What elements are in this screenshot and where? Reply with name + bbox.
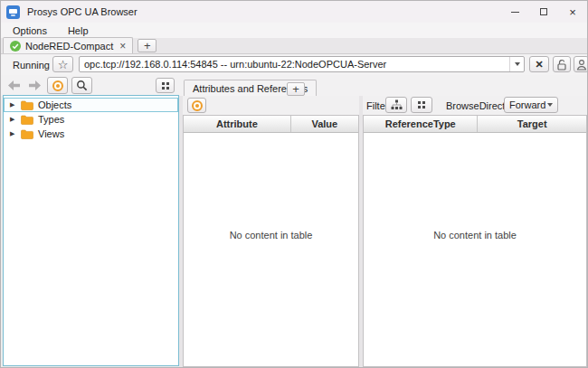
references-toolbar: Filters BrowseDirection Forward xyxy=(363,96,587,115)
window-controls: × xyxy=(500,1,587,23)
filter-hierarchical-button[interactable] xyxy=(385,97,407,113)
person-icon xyxy=(576,59,587,71)
tab-nodered-compact[interactable]: NodeRED-Compact × xyxy=(3,37,133,53)
disconnect-button[interactable]: ✕ xyxy=(529,56,549,72)
security-settings-button[interactable] xyxy=(553,56,571,72)
minimize-icon xyxy=(511,12,519,13)
tab-label: NodeRED-Compact xyxy=(25,41,113,52)
tree-item-objects[interactable]: ▶ Objects xyxy=(4,98,178,112)
folder-icon xyxy=(21,115,33,125)
folder-icon xyxy=(21,100,33,110)
back-arrow-icon xyxy=(8,80,21,90)
folder-icon xyxy=(21,129,33,139)
tab-close-button[interactable]: × xyxy=(119,41,126,52)
filter-all-references-button[interactable] xyxy=(411,97,432,113)
tree-item-types[interactable]: ▶ Types xyxy=(4,112,178,127)
references-empty-message: No content in table xyxy=(364,230,586,241)
hierarchy-icon xyxy=(391,99,403,110)
open-lock-icon xyxy=(556,59,567,71)
connection-bar: Running ☆ ✕ xyxy=(1,54,587,75)
chevron-down-icon xyxy=(515,62,520,66)
grid-squares-icon xyxy=(418,101,425,109)
expand-arrow-icon[interactable]: ▶ xyxy=(10,101,21,109)
close-button[interactable]: × xyxy=(558,1,587,23)
app-window: Prosys OPC UA Browser × Options Help Nod… xyxy=(0,0,588,368)
attributes-table-header: Attribute Value xyxy=(184,116,358,133)
tree-item-label: Views xyxy=(38,128,64,139)
column-header-value[interactable]: Value xyxy=(290,116,358,132)
tree-item-views[interactable]: ▶ Views xyxy=(4,127,178,141)
column-header-referencetype[interactable]: ReferenceType xyxy=(364,116,477,132)
tree-item-label: Types xyxy=(38,114,64,125)
connection-status-label: Running xyxy=(13,60,50,71)
address-space-tree: ▶ Objects ▶ Types ▶ Views xyxy=(3,95,179,366)
attributes-toolbar xyxy=(183,96,359,115)
maximize-button[interactable] xyxy=(529,1,558,23)
window-title: Prosys OPC UA Browser xyxy=(27,6,138,17)
orange-target-icon xyxy=(192,100,203,111)
menu-bar: Options Help xyxy=(1,23,587,38)
close-icon: × xyxy=(569,6,576,18)
chevron-down-icon xyxy=(547,103,553,107)
attributes-empty-message: No content in table xyxy=(184,230,358,241)
menu-item-help[interactable]: Help xyxy=(68,25,89,36)
expand-arrow-icon[interactable]: ▶ xyxy=(10,130,21,137)
user-authentication-button[interactable] xyxy=(574,56,588,72)
menu-item-options[interactable]: Options xyxy=(13,25,47,36)
x-icon: ✕ xyxy=(535,59,543,71)
attributes-table: Attribute Value No content in table xyxy=(183,115,359,367)
favorite-button[interactable]: ☆ xyxy=(52,56,73,72)
refresh-button[interactable] xyxy=(47,77,68,94)
new-connection-tab-button[interactable]: + xyxy=(138,39,156,52)
collapse-all-button[interactable] xyxy=(156,78,175,93)
references-table: ReferenceType Target No content in table xyxy=(363,115,587,367)
search-button[interactable] xyxy=(71,77,92,94)
star-icon: ☆ xyxy=(58,58,69,71)
tree-item-label: Objects xyxy=(38,99,71,110)
connected-check-icon xyxy=(10,41,21,52)
references-panel: Filters BrowseDirection Forward Referenc… xyxy=(363,96,587,367)
session-tab-bar: NodeRED-Compact × + xyxy=(1,38,587,54)
grid-squares-icon xyxy=(162,82,169,90)
expand-arrow-icon[interactable]: ▶ xyxy=(10,116,21,123)
new-panel-tab-button[interactable]: + xyxy=(287,82,305,96)
minimize-button[interactable] xyxy=(500,1,529,23)
back-button[interactable] xyxy=(8,80,21,90)
maximize-icon xyxy=(540,8,547,15)
server-address-input[interactable] xyxy=(80,59,509,70)
magnifier-icon xyxy=(76,80,88,91)
title-bar: Prosys OPC UA Browser × xyxy=(1,1,587,23)
refresh-attributes-button[interactable] xyxy=(187,98,206,113)
forward-arrow-icon xyxy=(28,80,41,90)
browse-direction-value: Forward xyxy=(509,99,545,110)
references-table-header: ReferenceType Target xyxy=(364,116,586,133)
column-header-attribute[interactable]: Attribute xyxy=(184,116,290,132)
forward-button[interactable] xyxy=(28,80,41,90)
browse-direction-dropdown[interactable]: Forward xyxy=(504,97,558,113)
column-header-target[interactable]: Target xyxy=(477,116,586,132)
attributes-panel: Attribute Value No content in table xyxy=(183,96,359,367)
address-dropdown-arrow[interactable] xyxy=(509,57,524,71)
app-icon xyxy=(6,5,20,19)
server-address-field[interactable] xyxy=(79,56,525,72)
orange-target-icon xyxy=(52,80,63,91)
